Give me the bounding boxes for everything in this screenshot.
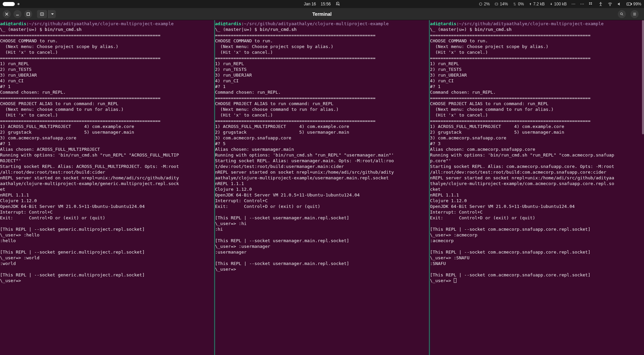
- minimize-button[interactable]: [13, 10, 22, 18]
- gnome-top-bar: Jan 16 15:56 2% 14% 0% 7.2 kB 100 kB: [0, 0, 644, 8]
- activities-pill[interactable]: [3, 2, 15, 6]
- search-button[interactable]: [618, 10, 626, 18]
- mem-pct: 14%: [500, 2, 508, 6]
- tab-menu-button[interactable]: [48, 10, 56, 18]
- svg-point-8: [620, 13, 622, 15]
- volume-icon[interactable]: [617, 2, 622, 6]
- dnd-icon: [335, 2, 340, 6]
- clock-date: Jan 16: [304, 2, 316, 6]
- svg-point-0: [479, 3, 482, 5]
- swap-metric: 0%: [513, 2, 524, 6]
- workspace-dot: [17, 3, 19, 5]
- terminal-pane-1[interactable]: adi@tardis:~/src/github/adityaathalye/cl…: [0, 20, 214, 355]
- swap-pct: 0%: [518, 2, 524, 6]
- net-down-metric: 100 kB: [550, 2, 567, 6]
- svg-rect-1: [495, 3, 498, 5]
- net-up-metric: 7.2 kB: [529, 2, 545, 6]
- battery-metric[interactable]: 99%: [627, 2, 641, 6]
- close-button[interactable]: [3, 10, 11, 18]
- window-title: Terminal: [312, 11, 331, 17]
- wifi-icon[interactable]: [608, 2, 612, 6]
- scrollbar-thumb[interactable]: [642, 20, 644, 134]
- window-controls-right: [618, 10, 641, 18]
- terminal-content: adi@tardis:~/src/github/adityaathalye/cl…: [0, 20, 644, 355]
- cpu-pct: 2%: [484, 2, 490, 6]
- svg-rect-5: [631, 3, 632, 5]
- ellipsis-icon[interactable]: ⋯: [571, 2, 575, 6]
- cpu-metric: 2%: [479, 2, 490, 6]
- battery-pct: 99%: [633, 2, 641, 6]
- ellipsis-icon-2[interactable]: ⋯: [580, 2, 584, 6]
- svg-point-3: [610, 5, 610, 6]
- hamburger-menu-button[interactable]: [631, 10, 639, 18]
- window-controls-left: [3, 10, 58, 18]
- sys-tray: 2% 14% 0% 7.2 kB 100 kB ⋯ ⋯: [479, 2, 641, 6]
- clock-area[interactable]: Jan 16 15:56: [304, 2, 340, 6]
- new-tab-button[interactable]: [37, 10, 47, 18]
- terminal-cursor: [454, 278, 456, 283]
- clock-time: 15:56: [321, 2, 331, 6]
- a11y-icon[interactable]: [598, 2, 603, 6]
- dropbox-icon[interactable]: [589, 2, 594, 6]
- maximize-button[interactable]: [24, 10, 32, 18]
- scrollbar-track[interactable]: [642, 20, 644, 355]
- mem-metric: 14%: [494, 2, 508, 6]
- svg-point-2: [600, 2, 601, 3]
- window-titlebar: Terminal: [0, 8, 644, 20]
- svg-rect-4: [627, 3, 631, 5]
- net-down: 100 kB: [554, 2, 567, 6]
- svg-rect-6: [27, 13, 30, 15]
- terminal-pane-2[interactable]: adi@tardis:~/src/github/adityaathalye/cl…: [214, 20, 429, 355]
- net-up: 7.2 kB: [533, 2, 545, 6]
- terminal-pane-3[interactable]: adi@tardis:~/src/github/adityaathalye/cl…: [429, 20, 644, 355]
